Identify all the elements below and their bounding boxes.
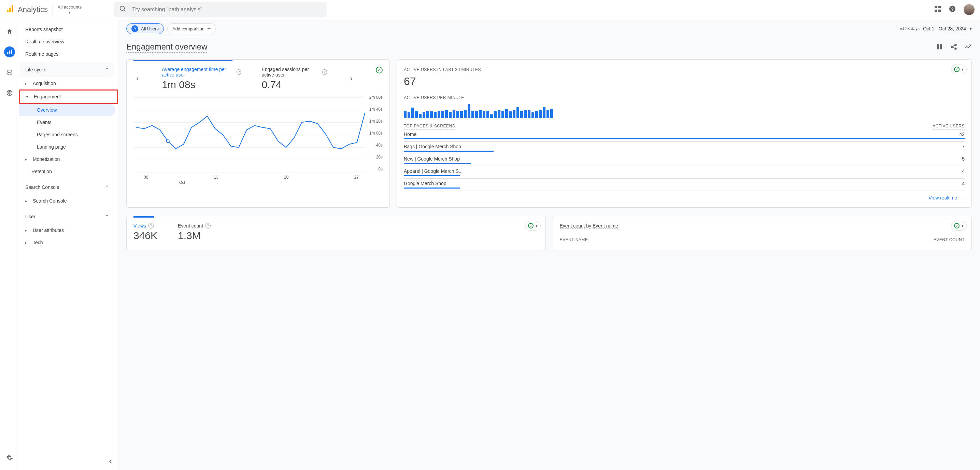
section-label: User <box>25 214 35 219</box>
sidebar-realtime-overview[interactable]: Realtime overview <box>19 35 115 48</box>
chevron-down-icon: ▾ <box>969 26 972 32</box>
date-range-picker[interactable]: Last 28 days Oct 1 - Oct 28, 2024 ▾ <box>896 26 972 32</box>
svg-line-24 <box>952 47 955 48</box>
rail-admin-icon[interactable] <box>4 452 15 463</box>
sidebar-reports-snapshot[interactable]: Reports snapshot <box>19 23 115 35</box>
caret-down-icon: ▾ <box>26 95 31 99</box>
insights-icon[interactable] <box>964 43 972 52</box>
table-row[interactable]: Apparel | Google Merch S...4 <box>404 166 965 178</box>
metric-value: 1m 08s <box>162 79 241 91</box>
card-realtime: ✓▾ ACTIVE USERS IN LAST 30 MINUTES 67 AC… <box>397 59 972 208</box>
metric-engaged-sessions[interactable]: Engaged sessions per active user? 0.74 <box>261 67 327 91</box>
sidebar-engagement-pages[interactable]: Pages and screens <box>19 128 115 141</box>
help-icon[interactable]: ? <box>948 5 956 14</box>
check-icon: ✓ <box>954 67 959 72</box>
analytics-logo-icon <box>5 4 15 15</box>
sidebar-section-lifecycle[interactable]: Life cycle ⌃ <box>19 62 115 77</box>
table-row[interactable]: Bags | Google Merch Shop7 <box>404 142 965 154</box>
metric-views[interactable]: Views? 346K <box>134 223 158 242</box>
rail-reports-icon[interactable] <box>4 46 15 57</box>
metric-event-count[interactable]: Event count? 1.3M <box>178 223 211 242</box>
svg-rect-13 <box>11 49 12 54</box>
realtime-header: ACTIVE USERS IN LAST 30 MINUTES <box>404 67 481 73</box>
svg-rect-5 <box>935 6 937 8</box>
sidebar-retention[interactable]: Retention <box>19 165 115 178</box>
table-row[interactable]: Google Merch Shop4 <box>404 178 965 191</box>
share-icon[interactable] <box>950 43 958 52</box>
compare-icon[interactable] <box>935 43 943 52</box>
logo[interactable]: Analytics <box>5 4 48 15</box>
svg-rect-19 <box>940 45 942 49</box>
caret-right-icon: ▸ <box>25 241 30 245</box>
event-by-title: Event count by Event name <box>560 223 965 228</box>
section-label: Life cycle <box>25 67 45 72</box>
x-axis-label: Oct <box>179 180 383 185</box>
apps-icon[interactable] <box>934 5 941 13</box>
svg-point-17 <box>9 92 10 93</box>
table-header: EVENT NAME <box>560 237 588 243</box>
svg-rect-12 <box>9 51 10 54</box>
card-status-pill[interactable]: ✓▾ <box>951 221 967 231</box>
metric-value: 346K <box>134 230 158 242</box>
sidebar-tech[interactable]: ▸Tech <box>19 236 115 249</box>
plus-icon: + <box>207 25 211 32</box>
card-engagement-chart: ‹ Average engagement time per active use… <box>126 59 390 208</box>
chip-add-comparison[interactable]: Add comparison + <box>167 23 216 34</box>
x-tick-label: 27 <box>354 175 359 180</box>
sidebar-engagement[interactable]: ▾Engagement <box>20 91 117 103</box>
sidebar: Reports snapshot Realtime overview Realt… <box>19 19 118 470</box>
svg-rect-6 <box>939 6 941 8</box>
svg-rect-0 <box>7 10 8 12</box>
next-metric-button[interactable]: › <box>347 74 355 83</box>
sidebar-search-console[interactable]: ▸Search Console <box>19 195 115 207</box>
caret-right-icon: ▸ <box>25 199 30 203</box>
sidebar-section-user[interactable]: User ⌃ <box>19 209 115 224</box>
prev-metric-button[interactable]: ‹ <box>134 74 141 83</box>
card-status-pill[interactable]: ✓▾ <box>951 65 967 74</box>
account-picker[interactable]: All accounts ▾ <box>52 4 86 15</box>
search-input[interactable] <box>132 6 321 13</box>
view-realtime-link[interactable]: View realtime → <box>404 195 965 201</box>
sidebar-monetization[interactable]: ▸Monetization <box>19 153 115 165</box>
svg-rect-11 <box>7 52 8 54</box>
sidebar-section-search-console[interactable]: Search Console ⌃ <box>19 180 115 195</box>
help-icon[interactable]: ? <box>205 223 211 228</box>
chip-all-users[interactable]: A All Users <box>126 23 164 34</box>
sidebar-engagement-landing[interactable]: Landing page <box>19 141 115 153</box>
accounts-label: All accounts <box>58 5 81 10</box>
rail-advertising-icon[interactable] <box>4 88 15 98</box>
sidebar-user-attributes[interactable]: ▸User attributes <box>19 224 115 236</box>
sidebar-acquisition[interactable]: ▸Acquisition <box>19 77 115 89</box>
metric-avg-engagement[interactable]: Average engagement time per active user?… <box>162 67 241 91</box>
table-row[interactable]: New | Google Merch Shop5 <box>404 154 965 166</box>
svg-line-4 <box>124 10 126 12</box>
arrow-right-icon: → <box>960 195 965 201</box>
svg-rect-8 <box>939 10 941 12</box>
sidebar-engagement-events[interactable]: Events <box>19 116 115 128</box>
help-icon[interactable]: ? <box>322 69 327 75</box>
help-icon[interactable]: ? <box>237 69 241 75</box>
realtime-bar-chart <box>404 104 965 118</box>
metric-value: 1.3M <box>178 230 211 242</box>
y-tick-label: 1m 00s <box>369 131 383 135</box>
app-header: Analytics All accounts ▾ ? <box>0 0 980 19</box>
table-row[interactable]: Home42 <box>404 129 965 142</box>
sidebar-engagement-overview[interactable]: Overview <box>19 104 115 116</box>
avatar[interactable] <box>964 4 975 15</box>
chevron-up-icon: ⌃ <box>105 214 109 219</box>
y-tick-label: 0s <box>378 167 383 172</box>
rail-explore-icon[interactable] <box>4 67 15 78</box>
caret-right-icon: ▸ <box>25 82 30 85</box>
card-views-events: ✓▾ Views? 346K Event count? 1.3M <box>126 216 546 250</box>
product-name: Analytics <box>18 5 48 14</box>
realtime-value: 67 <box>404 75 965 88</box>
x-tick-label: 20 <box>284 175 288 180</box>
rail-home-icon[interactable] <box>4 26 15 37</box>
table-header: ACTIVE USERS <box>932 124 965 129</box>
sidebar-realtime-pages[interactable]: Realtime pages <box>19 48 115 60</box>
chevron-down-icon: ▾ <box>68 10 71 15</box>
collapse-sidebar-icon[interactable] <box>107 458 114 466</box>
help-icon[interactable]: ? <box>148 223 154 228</box>
caret-right-icon: ▸ <box>25 158 30 161</box>
section-label: Search Console <box>25 185 59 190</box>
